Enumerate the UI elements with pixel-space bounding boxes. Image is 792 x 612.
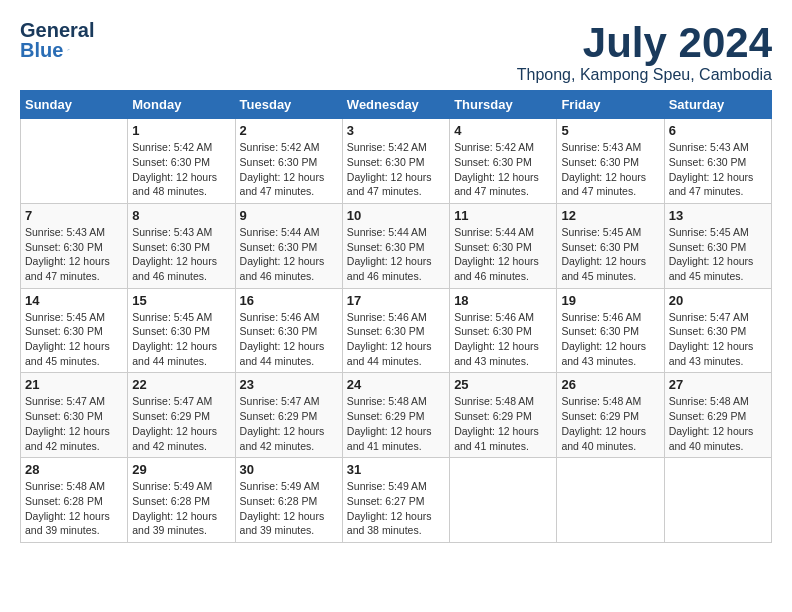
day-info: Sunrise: 5:47 AM Sunset: 6:30 PM Dayligh… bbox=[669, 310, 767, 369]
weekday-header: Wednesday bbox=[342, 91, 449, 119]
day-number: 9 bbox=[240, 208, 338, 223]
day-info: Sunrise: 5:42 AM Sunset: 6:30 PM Dayligh… bbox=[132, 140, 230, 199]
day-info: Sunrise: 5:46 AM Sunset: 6:30 PM Dayligh… bbox=[454, 310, 552, 369]
day-number: 25 bbox=[454, 377, 552, 392]
day-info: Sunrise: 5:45 AM Sunset: 6:30 PM Dayligh… bbox=[132, 310, 230, 369]
calendar-cell: 30Sunrise: 5:49 AM Sunset: 6:28 PM Dayli… bbox=[235, 458, 342, 543]
calendar-cell: 10Sunrise: 5:44 AM Sunset: 6:30 PM Dayli… bbox=[342, 203, 449, 288]
day-info: Sunrise: 5:44 AM Sunset: 6:30 PM Dayligh… bbox=[454, 225, 552, 284]
day-info: Sunrise: 5:42 AM Sunset: 6:30 PM Dayligh… bbox=[347, 140, 445, 199]
day-number: 13 bbox=[669, 208, 767, 223]
calendar-cell: 19Sunrise: 5:46 AM Sunset: 6:30 PM Dayli… bbox=[557, 288, 664, 373]
day-info: Sunrise: 5:49 AM Sunset: 6:27 PM Dayligh… bbox=[347, 479, 445, 538]
calendar-cell: 12Sunrise: 5:45 AM Sunset: 6:30 PM Dayli… bbox=[557, 203, 664, 288]
calendar-cell: 1Sunrise: 5:42 AM Sunset: 6:30 PM Daylig… bbox=[128, 119, 235, 204]
calendar-table: SundayMondayTuesdayWednesdayThursdayFrid… bbox=[20, 90, 772, 543]
calendar-cell: 29Sunrise: 5:49 AM Sunset: 6:28 PM Dayli… bbox=[128, 458, 235, 543]
calendar-cell bbox=[450, 458, 557, 543]
day-number: 19 bbox=[561, 293, 659, 308]
day-number: 23 bbox=[240, 377, 338, 392]
calendar-week-row: 7Sunrise: 5:43 AM Sunset: 6:30 PM Daylig… bbox=[21, 203, 772, 288]
calendar-cell: 6Sunrise: 5:43 AM Sunset: 6:30 PM Daylig… bbox=[664, 119, 771, 204]
day-info: Sunrise: 5:46 AM Sunset: 6:30 PM Dayligh… bbox=[240, 310, 338, 369]
day-info: Sunrise: 5:44 AM Sunset: 6:30 PM Dayligh… bbox=[240, 225, 338, 284]
calendar-cell: 21Sunrise: 5:47 AM Sunset: 6:30 PM Dayli… bbox=[21, 373, 128, 458]
weekday-header: Thursday bbox=[450, 91, 557, 119]
day-info: Sunrise: 5:45 AM Sunset: 6:30 PM Dayligh… bbox=[561, 225, 659, 284]
day-info: Sunrise: 5:48 AM Sunset: 6:29 PM Dayligh… bbox=[347, 394, 445, 453]
day-number: 17 bbox=[347, 293, 445, 308]
calendar-cell: 4Sunrise: 5:42 AM Sunset: 6:30 PM Daylig… bbox=[450, 119, 557, 204]
calendar-cell: 11Sunrise: 5:44 AM Sunset: 6:30 PM Dayli… bbox=[450, 203, 557, 288]
day-info: Sunrise: 5:48 AM Sunset: 6:29 PM Dayligh… bbox=[561, 394, 659, 453]
day-info: Sunrise: 5:48 AM Sunset: 6:29 PM Dayligh… bbox=[454, 394, 552, 453]
calendar-cell: 14Sunrise: 5:45 AM Sunset: 6:30 PM Dayli… bbox=[21, 288, 128, 373]
calendar-cell: 8Sunrise: 5:43 AM Sunset: 6:30 PM Daylig… bbox=[128, 203, 235, 288]
calendar-cell bbox=[557, 458, 664, 543]
day-info: Sunrise: 5:43 AM Sunset: 6:30 PM Dayligh… bbox=[669, 140, 767, 199]
calendar-cell: 23Sunrise: 5:47 AM Sunset: 6:29 PM Dayli… bbox=[235, 373, 342, 458]
title-block: July 2024 Thpong, Kampong Speu, Cambodia bbox=[517, 20, 772, 84]
day-info: Sunrise: 5:46 AM Sunset: 6:30 PM Dayligh… bbox=[347, 310, 445, 369]
day-number: 29 bbox=[132, 462, 230, 477]
day-info: Sunrise: 5:47 AM Sunset: 6:30 PM Dayligh… bbox=[25, 394, 123, 453]
day-info: Sunrise: 5:47 AM Sunset: 6:29 PM Dayligh… bbox=[132, 394, 230, 453]
calendar-cell: 13Sunrise: 5:45 AM Sunset: 6:30 PM Dayli… bbox=[664, 203, 771, 288]
day-info: Sunrise: 5:48 AM Sunset: 6:29 PM Dayligh… bbox=[669, 394, 767, 453]
weekday-header: Tuesday bbox=[235, 91, 342, 119]
day-number: 14 bbox=[25, 293, 123, 308]
day-info: Sunrise: 5:44 AM Sunset: 6:30 PM Dayligh… bbox=[347, 225, 445, 284]
calendar-cell: 20Sunrise: 5:47 AM Sunset: 6:30 PM Dayli… bbox=[664, 288, 771, 373]
day-number: 12 bbox=[561, 208, 659, 223]
weekday-header: Sunday bbox=[21, 91, 128, 119]
calendar-cell: 3Sunrise: 5:42 AM Sunset: 6:30 PM Daylig… bbox=[342, 119, 449, 204]
location-subtitle: Thpong, Kampong Speu, Cambodia bbox=[517, 66, 772, 84]
weekday-header: Saturday bbox=[664, 91, 771, 119]
day-number: 21 bbox=[25, 377, 123, 392]
month-year-title: July 2024 bbox=[517, 20, 772, 66]
day-number: 6 bbox=[669, 123, 767, 138]
day-number: 24 bbox=[347, 377, 445, 392]
day-number: 10 bbox=[347, 208, 445, 223]
day-info: Sunrise: 5:43 AM Sunset: 6:30 PM Dayligh… bbox=[561, 140, 659, 199]
calendar-cell: 27Sunrise: 5:48 AM Sunset: 6:29 PM Dayli… bbox=[664, 373, 771, 458]
weekday-header-row: SundayMondayTuesdayWednesdayThursdayFrid… bbox=[21, 91, 772, 119]
calendar-cell: 24Sunrise: 5:48 AM Sunset: 6:29 PM Dayli… bbox=[342, 373, 449, 458]
calendar-cell: 17Sunrise: 5:46 AM Sunset: 6:30 PM Dayli… bbox=[342, 288, 449, 373]
day-number: 27 bbox=[669, 377, 767, 392]
calendar-week-row: 28Sunrise: 5:48 AM Sunset: 6:28 PM Dayli… bbox=[21, 458, 772, 543]
day-number: 28 bbox=[25, 462, 123, 477]
day-info: Sunrise: 5:48 AM Sunset: 6:28 PM Dayligh… bbox=[25, 479, 123, 538]
day-number: 18 bbox=[454, 293, 552, 308]
calendar-cell: 16Sunrise: 5:46 AM Sunset: 6:30 PM Dayli… bbox=[235, 288, 342, 373]
day-number: 4 bbox=[454, 123, 552, 138]
day-number: 26 bbox=[561, 377, 659, 392]
calendar-cell: 22Sunrise: 5:47 AM Sunset: 6:29 PM Dayli… bbox=[128, 373, 235, 458]
calendar-cell: 28Sunrise: 5:48 AM Sunset: 6:28 PM Dayli… bbox=[21, 458, 128, 543]
calendar-cell: 15Sunrise: 5:45 AM Sunset: 6:30 PM Dayli… bbox=[128, 288, 235, 373]
day-info: Sunrise: 5:45 AM Sunset: 6:30 PM Dayligh… bbox=[25, 310, 123, 369]
weekday-header: Monday bbox=[128, 91, 235, 119]
day-number: 16 bbox=[240, 293, 338, 308]
day-number: 7 bbox=[25, 208, 123, 223]
day-info: Sunrise: 5:42 AM Sunset: 6:30 PM Dayligh… bbox=[240, 140, 338, 199]
calendar-week-row: 14Sunrise: 5:45 AM Sunset: 6:30 PM Dayli… bbox=[21, 288, 772, 373]
day-info: Sunrise: 5:46 AM Sunset: 6:30 PM Dayligh… bbox=[561, 310, 659, 369]
day-number: 30 bbox=[240, 462, 338, 477]
calendar-cell: 25Sunrise: 5:48 AM Sunset: 6:29 PM Dayli… bbox=[450, 373, 557, 458]
calendar-cell: 7Sunrise: 5:43 AM Sunset: 6:30 PM Daylig… bbox=[21, 203, 128, 288]
calendar-cell bbox=[664, 458, 771, 543]
weekday-header: Friday bbox=[557, 91, 664, 119]
day-info: Sunrise: 5:49 AM Sunset: 6:28 PM Dayligh… bbox=[240, 479, 338, 538]
logo: General Blue bbox=[20, 20, 70, 62]
day-number: 15 bbox=[132, 293, 230, 308]
calendar-cell: 2Sunrise: 5:42 AM Sunset: 6:30 PM Daylig… bbox=[235, 119, 342, 204]
day-info: Sunrise: 5:43 AM Sunset: 6:30 PM Dayligh… bbox=[25, 225, 123, 284]
day-number: 3 bbox=[347, 123, 445, 138]
calendar-cell: 26Sunrise: 5:48 AM Sunset: 6:29 PM Dayli… bbox=[557, 373, 664, 458]
day-info: Sunrise: 5:45 AM Sunset: 6:30 PM Dayligh… bbox=[669, 225, 767, 284]
calendar-cell: 5Sunrise: 5:43 AM Sunset: 6:30 PM Daylig… bbox=[557, 119, 664, 204]
day-number: 22 bbox=[132, 377, 230, 392]
page-header: General Blue July 2024 Thpong, Kampong S… bbox=[20, 20, 772, 84]
day-number: 8 bbox=[132, 208, 230, 223]
